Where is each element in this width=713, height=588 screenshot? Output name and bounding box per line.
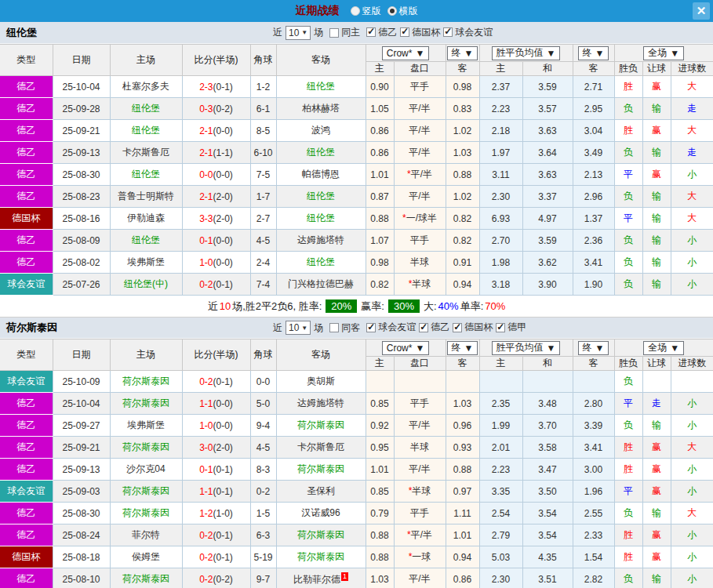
competition-badge: 德乙 [0,76,53,98]
league-filter-checkbox[interactable]: ✓球会友谊 [443,26,493,39]
fulltime-score: 1-0 [199,420,213,431]
result-wdl: 负 [614,230,642,252]
avg-away-win: 1.96 [573,481,614,503]
halftime-score: (0-1) [213,376,233,387]
score-cell: 1-0(0-0) [182,415,250,437]
avg-home-win: 2.37 [479,76,522,98]
result-wdl: 平 [614,393,642,415]
halftime-score: (2-0) [213,191,233,202]
avg-home-win: 2.30 [479,568,522,588]
avg-draw: 3.47 [522,459,573,481]
close-icon: ✕ [697,4,707,18]
same-venue-checkbox[interactable]: 同主 [329,26,360,39]
wdl-average-select[interactable]: 胜平负均值▼ [492,341,561,355]
odds-time-select[interactable]: 终▼ [447,341,478,355]
checkbox-checked-icon: ✓ [419,323,428,332]
over-rate-value: 40% [438,300,459,312]
close-button[interactable]: ✕ [693,2,710,20]
match-row: 球会友谊 25-07-26 纽伦堡(中) 0-2(0-1) 7-4 门兴格拉德巴… [0,274,713,296]
odds-home: 0.88 [366,208,394,230]
league-filter-label: 德国杯 [412,26,440,39]
near-count-select[interactable]: 10 ▼ [286,321,311,335]
handicap: *半球 [394,481,446,503]
avg-draw: 3.57 [522,98,573,120]
result-goals: 大 [671,208,713,230]
result-wdl: 负 [614,186,642,208]
same-venue-checkbox[interactable]: 同客 [329,321,360,335]
match-date: 25-09-13 [53,142,110,164]
bookmaker-select[interactable]: Crow*▼ [382,341,430,355]
odds-away: 1.01 [446,524,479,546]
avg-away-win: 3.41 [573,252,614,274]
period-select[interactable]: 全场▼ [643,341,684,355]
handicap-rate-label: 赢率: [361,299,384,314]
league-filter-label: 球会友谊 [378,321,416,334]
odds-away [446,371,479,393]
result-goals: 小 [671,415,713,437]
league-filter-checkbox[interactable]: ✓德甲 [496,321,526,334]
chevron-down-icon: ▼ [464,48,474,59]
layout-horizontal-radio[interactable]: 横版 [387,5,418,18]
col-home: 主场 [110,45,182,76]
halftime-score: (2-0) [213,442,233,453]
avg-home-win: 2.23 [479,98,522,120]
wdl-time-select[interactable]: 终▼ [578,46,609,60]
period-select[interactable]: 全场▼ [643,46,684,60]
corners: 1-5 [250,503,276,524]
corners: 1-7 [250,186,276,208]
corners: 0-0 [250,371,276,393]
chevron-down-icon: ▼ [670,48,679,59]
corners: 7-5 [250,164,276,186]
handicap [394,371,446,393]
radio-horizontal-label: 横版 [399,5,418,18]
score-cell: 0-2(0-2) [182,568,250,588]
league-filter-checkbox[interactable]: ✓球会友谊 [366,321,416,334]
match-row: 德乙 25-08-24 菲尔特 0-2(0-1) 6-3 荷尔斯泰因 0.88 … [0,524,713,546]
sub-col-away-odds: 客 [446,62,479,76]
result-goals: 大 [671,186,713,208]
wdl-select-cell: 胜平负均值▼ [479,339,573,357]
league-filter-checkbox[interactable]: ✓德国杯 [400,26,440,39]
league-filter-label: 德甲 [507,321,526,334]
league-filter-checkbox[interactable]: ✓德国杯 [453,321,493,334]
match-date: 25-10-04 [53,393,110,415]
result-handicap: 赢 [642,546,671,568]
wdl-time-select[interactable]: 终▼ [578,341,609,355]
sub-col-handicap-result: 让球 [642,62,671,76]
competition-badge: 德乙 [0,393,53,415]
bookmaker-select[interactable]: Crow*▼ [382,46,430,60]
fulltime-score: 1-0 [199,257,213,268]
layout-vertical-radio[interactable]: 竖版 [351,5,381,18]
league-filter-checkbox[interactable]: ✓德乙 [366,26,397,39]
result-wdl: 胜 [614,459,642,481]
handicap: 平手 [394,393,446,415]
score-cell: 1-1(0-0) [182,393,250,415]
competition-badge: 德乙 [0,437,53,459]
match-row: 球会友谊 25-09-03 荷尔斯泰因 1-1(0-1) 0-2 圣保利 0.8… [0,481,713,503]
score-cell: 2-3(0-1) [182,76,250,98]
result-wdl: 胜 [614,524,642,546]
near-count-select[interactable]: 10 ▼ [286,26,311,40]
sub-col-result: 胜负 [614,62,642,76]
competition-badge: 德乙 [0,120,53,142]
odds-home: 0.90 [366,76,394,98]
avg-away-win: 1.37 [573,208,614,230]
result-handicap: 输 [642,208,671,230]
result-goals: 小 [671,252,713,274]
league-filter-checkbox[interactable]: ✓德乙 [419,321,449,334]
handicap-rate-badge: 30% [388,299,420,313]
checkbox-checked-icon: ✓ [453,323,462,332]
odds-home: 0.88 [366,524,394,546]
odds-time-select[interactable]: 终▼ [447,46,478,60]
odds-home: 0.82 [366,274,394,296]
result-goals [671,371,713,393]
home-team: 埃弗斯堡 [110,252,182,274]
result-wdl: 负 [614,142,642,164]
team-name: 纽伦堡 [6,26,37,40]
match-row: 德乙 25-09-27 埃弗斯堡 1-0(0-0) 9-4 荷尔斯泰因 0.92… [0,415,713,437]
avg-draw: 3.63 [522,120,573,142]
summary-count: 10 [220,300,231,312]
chevron-down-icon: ▼ [670,343,679,354]
result-handicap: 输 [642,503,671,524]
wdl-average-select[interactable]: 胜平负均值▼ [492,46,561,60]
